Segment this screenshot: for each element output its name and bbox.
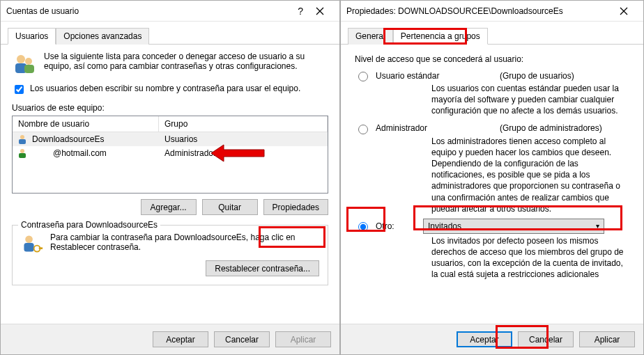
desc-standard: Los usuarios con cuentas estándar pueden… [431, 83, 629, 117]
close-button[interactable] [610, 1, 638, 21]
close-icon [316, 7, 324, 15]
users-icon [12, 52, 37, 77]
access-level-label: Nivel de acceso que se concederá al usua… [355, 54, 629, 64]
tabs-left: Usuarios Opciones avanzadas [1, 22, 339, 45]
apply-button[interactable]: Aplicar [275, 331, 331, 347]
svg-rect-5 [19, 139, 26, 144]
svg-rect-7 [19, 153, 26, 158]
help-icon[interactable]: ? [298, 6, 303, 17]
add-button[interactable]: Agregar... [141, 199, 197, 215]
paren-admin: (Grupo de administradores) [500, 123, 602, 133]
dialog-footer-right: Aceptar Cancelar Aplicar [341, 324, 643, 354]
tabs-right: General Pertenencia a grupos [341, 22, 643, 45]
password-legend: Contraseña para DownloadsourceEs [18, 220, 160, 230]
svg-rect-3 [24, 65, 34, 73]
desc-admin: Los administradores tienen acceso comple… [431, 136, 629, 214]
row-username: @hotmail.com [32, 148, 164, 158]
password-text: Para cambiar la contraseña para Download… [50, 232, 319, 252]
row-username: DownloadsourceEs [32, 134, 164, 144]
user-icon [17, 134, 28, 145]
remove-button[interactable]: Quitar [202, 199, 258, 215]
list-row[interactable]: DownloadsourceEs Usuarios [13, 132, 328, 146]
combo-value: Invitados [428, 221, 461, 231]
users-listbox[interactable]: Nombre de usuario Grupo DownloadsourceEs… [12, 116, 328, 194]
reset-password-button[interactable]: Restablecer contraseña... [206, 260, 319, 276]
svg-rect-9 [24, 243, 33, 251]
window-title: Propiedades: DOWNLOADSOURCEE\Downloadsou… [346, 6, 610, 16]
password-groupbox: Contraseña para DownloadsourceEs Para ca… [12, 225, 328, 285]
require-password-label: Los usuarios deben escribir su nombre y … [30, 84, 300, 93]
titlebar-left: Cuentas de usuario ? [1, 1, 339, 22]
paren-standard: (Grupo de usuarios) [500, 71, 574, 81]
tab-advanced[interactable]: Opciones avanzadas [56, 28, 149, 45]
cancel-button[interactable]: Cancelar [518, 331, 574, 347]
column-group[interactable]: Grupo [159, 116, 328, 132]
list-row[interactable]: @hotmail.com Administradores [13, 146, 328, 160]
titlebar-right: Propiedades: DOWNLOADSOURCEE\Downloadsou… [341, 1, 643, 22]
svg-point-0 [17, 55, 25, 63]
label-admin: Administrador [376, 123, 494, 133]
desc-other: Los invitados por defecto poseen los mis… [431, 235, 629, 281]
row-group: Administradores [164, 148, 323, 158]
close-button[interactable] [306, 1, 334, 21]
radio-standard[interactable] [358, 72, 368, 81]
intro-text: Use la siguiente lista para conceder o d… [44, 52, 328, 71]
svg-point-4 [20, 135, 24, 139]
svg-point-8 [25, 235, 33, 243]
row-group: Usuarios [164, 134, 323, 144]
svg-point-6 [20, 149, 24, 153]
other-group-combobox[interactable]: Invitados ▾ [423, 219, 604, 234]
key-user-icon [21, 232, 43, 255]
column-name[interactable]: Nombre de usuario [13, 116, 159, 132]
svg-point-2 [25, 58, 32, 65]
label-other: Otro: [376, 221, 417, 231]
radio-admin[interactable] [358, 125, 368, 134]
ok-button[interactable]: Aceptar [457, 331, 512, 347]
tab-membership[interactable]: Pertenencia a grupos [393, 28, 488, 45]
chevron-down-icon: ▾ [596, 222, 599, 230]
svg-rect-11 [39, 247, 43, 249]
properties-button[interactable]: Propiedades [263, 199, 328, 215]
close-icon [620, 7, 628, 15]
users-list-label: Usuarios de este equipo: [12, 103, 328, 113]
tab-users[interactable]: Usuarios [8, 28, 56, 45]
require-password-checkbox[interactable] [15, 85, 24, 94]
ok-button[interactable]: Aceptar [153, 331, 208, 347]
user-icon [17, 148, 28, 159]
apply-button[interactable]: Aplicar [579, 331, 635, 347]
window-title: Cuentas de usuario [6, 6, 298, 16]
cancel-button[interactable]: Cancelar [214, 331, 270, 347]
list-header: Nombre de usuario Grupo [13, 116, 328, 132]
radio-other[interactable] [358, 222, 368, 232]
dialog-footer-left: Aceptar Cancelar Aplicar [1, 324, 339, 354]
tab-general[interactable]: General [348, 28, 393, 45]
label-standard: Usuario estándar [376, 71, 494, 81]
